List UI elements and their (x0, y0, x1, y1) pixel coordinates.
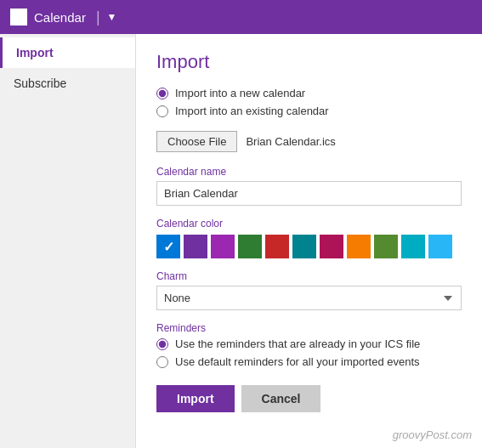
color-swatch-6[interactable] (320, 235, 343, 258)
color-grid (156, 235, 462, 258)
reminders-section: Reminders Use the reminders that are alr… (156, 322, 462, 368)
watermark: groovyPost.com (393, 428, 472, 441)
dropdown-arrow-icon[interactable]: ▼ (107, 11, 117, 23)
radio-ics-reminders-label: Use the reminders that are already in yo… (175, 337, 420, 350)
calendar-name-field: Calendar name (156, 166, 462, 206)
choose-file-button[interactable]: Choose File (156, 131, 237, 152)
sidebar: Import Subscribe (0, 34, 136, 448)
import-type-group: Import into a new calendar Import into a… (156, 87, 462, 117)
radio-existing-calendar-input[interactable] (156, 105, 168, 117)
radio-new-calendar-input[interactable] (156, 88, 168, 99)
color-swatch-4[interactable] (265, 235, 289, 258)
radio-ics-reminders-input[interactable] (156, 338, 168, 350)
color-swatch-9[interactable] (401, 235, 425, 258)
app-layout: Import Subscribe Import Import into a ne… (0, 34, 482, 448)
app-title: Calendar (34, 10, 86, 25)
color-swatch-2[interactable] (211, 235, 235, 258)
calendar-color-label: Calendar color (156, 218, 462, 230)
color-swatch-10[interactable] (428, 235, 452, 258)
calendar-color-section: Calendar color (156, 218, 462, 258)
charm-section: Charm None Flag Star Heart (156, 270, 462, 310)
charm-label: Charm (156, 270, 462, 282)
svg-rect-6 (21, 17, 23, 19)
title-divider: | (96, 9, 100, 26)
import-button[interactable]: Import (156, 385, 235, 412)
svg-rect-4 (14, 17, 16, 19)
svg-rect-1 (13, 14, 25, 15)
page-title: Import (156, 51, 462, 73)
sidebar-item-import[interactable]: Import (0, 37, 135, 68)
radio-new-calendar[interactable]: Import into a new calendar (156, 87, 462, 99)
radio-default-reminders-input[interactable] (156, 356, 168, 368)
color-swatch-3[interactable] (238, 235, 262, 258)
cancel-button[interactable]: Cancel (241, 385, 321, 412)
main-content: Import Import into a new calendar Import… (136, 34, 482, 448)
file-chooser-row: Choose File Brian Calendar.ics (156, 131, 462, 152)
color-swatch-5[interactable] (292, 235, 316, 258)
app-icon (10, 9, 27, 26)
radio-default-reminders[interactable]: Use default reminders for all your impor… (156, 355, 462, 368)
radio-default-reminders-label: Use default reminders for all your impor… (175, 355, 420, 368)
svg-rect-3 (20, 10, 22, 14)
svg-rect-5 (18, 17, 20, 19)
color-swatch-7[interactable] (347, 235, 371, 258)
svg-rect-2 (15, 10, 17, 14)
svg-rect-8 (18, 20, 20, 21)
radio-existing-calendar-label: Import into an existing calendar (175, 105, 329, 117)
color-swatch-8[interactable] (374, 235, 398, 258)
radio-ics-reminders[interactable]: Use the reminders that are already in yo… (156, 337, 462, 350)
calendar-name-label: Calendar name (156, 166, 462, 178)
charm-dropdown[interactable]: None Flag Star Heart (156, 286, 462, 310)
sidebar-item-subscribe[interactable]: Subscribe (0, 68, 135, 99)
calendar-name-input[interactable] (156, 181, 462, 206)
chosen-file-name: Brian Calendar.ics (246, 135, 336, 148)
reminders-label: Reminders (156, 322, 462, 334)
radio-existing-calendar[interactable]: Import into an existing calendar (156, 105, 462, 117)
action-buttons: Import Cancel (156, 385, 462, 412)
color-swatch-0[interactable] (156, 235, 180, 258)
radio-new-calendar-label: Import into a new calendar (175, 87, 305, 99)
color-swatch-1[interactable] (184, 235, 207, 258)
svg-rect-7 (14, 20, 16, 21)
title-bar: Calendar | ▼ (0, 0, 482, 34)
